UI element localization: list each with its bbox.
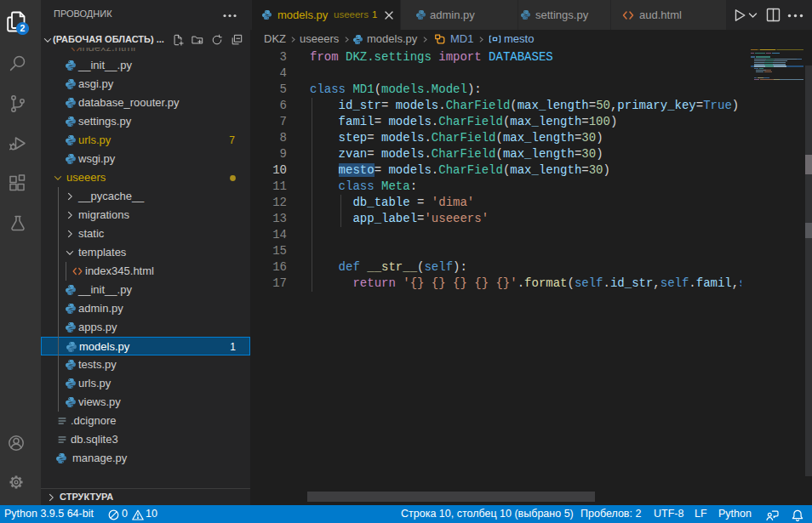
svg-text:2: 2 [20, 23, 26, 33]
